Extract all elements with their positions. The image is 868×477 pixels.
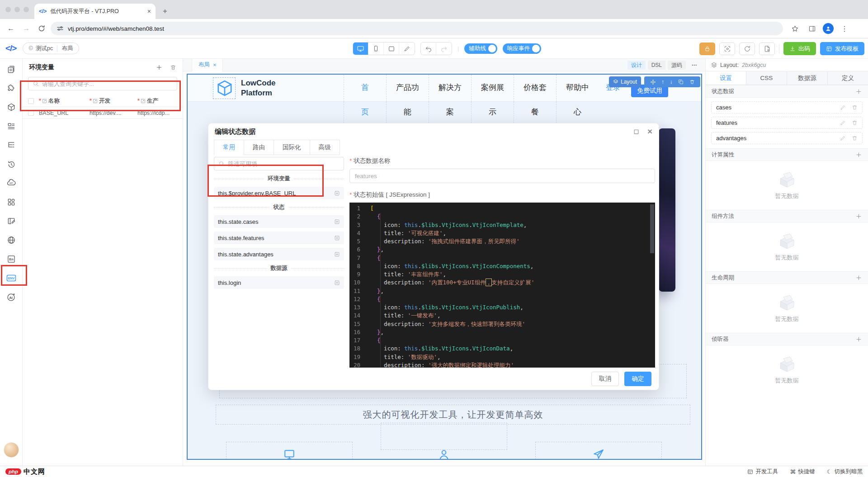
expression-option[interactable]: this.state.advantages xyxy=(214,248,344,260)
view-mode-2[interactable]: 源码 xyxy=(668,61,686,70)
nav-item-案例展示[interactable]: 案例展 xyxy=(471,75,514,102)
delete-state-icon[interactable] xyxy=(852,104,858,110)
browser-menu-icon[interactable]: ⋮ xyxy=(838,22,851,35)
add-variable-icon[interactable] xyxy=(156,64,163,71)
codegen-button[interactable]: 出码 xyxy=(783,42,816,55)
refresh-button[interactable] xyxy=(739,43,755,55)
duplicate-icon[interactable] xyxy=(678,79,684,85)
canvas-tab-layout[interactable]: 布局 × xyxy=(192,59,223,71)
side-panel-icon[interactable] xyxy=(806,22,818,35)
state-name-input[interactable] xyxy=(349,169,655,183)
feature-card[interactable] xyxy=(535,442,662,460)
bookmark-star-icon[interactable] xyxy=(788,22,801,35)
status-shortcuts[interactable]: ⌘快捷键 xyxy=(790,468,815,476)
guides-toggle[interactable]: 辅助线 xyxy=(464,43,497,54)
rail-tree-icon[interactable] xyxy=(0,136,22,155)
expression-option[interactable]: this.login xyxy=(214,276,344,289)
add-icon[interactable] xyxy=(855,213,862,220)
add-icon[interactable] xyxy=(855,274,862,281)
device-desktop-button[interactable] xyxy=(353,43,368,55)
reload-icon[interactable] xyxy=(35,22,48,35)
rail-form-icon[interactable] xyxy=(0,212,22,231)
select-all-checkbox[interactable] xyxy=(28,98,34,104)
add-icon[interactable] xyxy=(855,151,862,158)
status-devtools[interactable]: 开发工具 xyxy=(747,468,778,476)
env-table-row[interactable]: BASE_URLhttps://dev....https://lcdp... xyxy=(23,107,183,119)
edit-state-icon[interactable] xyxy=(840,120,846,126)
nav-item-帮助中心[interactable]: 帮助中 xyxy=(556,75,599,102)
window-controls[interactable] xyxy=(0,0,34,19)
feature-card[interactable] xyxy=(381,423,507,450)
nav-item-产品功能[interactable]: 产品功 xyxy=(386,75,429,102)
dialog-header[interactable]: 编辑状态数据 × xyxy=(208,123,659,140)
insert-icon[interactable] xyxy=(334,251,340,257)
device-phone-button[interactable] xyxy=(368,43,384,55)
page-logo-icon[interactable] xyxy=(216,79,234,97)
rail-env-icon[interactable]: ENV xyxy=(0,269,22,288)
rail-plugin-icon[interactable] xyxy=(0,79,22,98)
editor-scrollbar[interactable] xyxy=(650,204,654,253)
insert-icon[interactable] xyxy=(334,219,340,225)
nav-item-首页[interactable]: 首 xyxy=(344,75,386,102)
undo-icon[interactable] xyxy=(421,43,436,55)
page-settings-button[interactable] xyxy=(759,43,775,55)
minimize-window-button[interactable] xyxy=(14,7,20,12)
page-brand[interactable]: LowCode Platform xyxy=(241,78,276,98)
device-tablet-button[interactable] xyxy=(384,43,399,55)
add-state-icon[interactable] xyxy=(855,88,862,95)
nav-item-价格套餐[interactable]: 价格套 xyxy=(514,75,556,102)
status-dark-mode[interactable]: ☾切换到暗黑 xyxy=(827,468,863,476)
move-up-icon[interactable]: ↑ xyxy=(661,79,664,85)
free-draw-button[interactable] xyxy=(399,43,415,55)
cancel-button[interactable]: 取消 xyxy=(591,372,619,386)
selection-label-chip[interactable]: Layout xyxy=(609,76,641,87)
rail-history-icon[interactable] xyxy=(0,155,22,174)
state-item-advantages[interactable]: advantages xyxy=(711,132,863,144)
zoom-window-button[interactable] xyxy=(24,7,29,12)
rail-api-icon[interactable]: API xyxy=(0,174,22,193)
rail-lang-en-icon[interactable]: En xyxy=(0,250,22,269)
view-mode-3[interactable]: ··· xyxy=(688,61,701,70)
site-info-icon[interactable] xyxy=(57,25,63,32)
url-field[interactable]: vtj.pro/demo/#/web/samchen08.test xyxy=(51,22,783,35)
new-tab-button[interactable]: + xyxy=(159,5,171,17)
close-window-button[interactable] xyxy=(5,7,11,12)
view-mode-0[interactable]: 设计 xyxy=(627,61,646,70)
expression-option[interactable]: this.$provider.env.BASE_URL xyxy=(214,187,344,199)
rail-pages-icon[interactable] xyxy=(0,60,22,79)
nav-item-解决方案[interactable]: 解决方 xyxy=(429,75,471,102)
preview-button[interactable] xyxy=(719,43,735,55)
vtj-logo-icon[interactable]: </> xyxy=(5,43,16,53)
delete-state-icon[interactable] xyxy=(852,135,858,141)
code-editor[interactable]: 1[2 {3 icon: this.$libs.VtjIcons.VtjIcon… xyxy=(349,203,655,368)
dialog-tab-国际化[interactable]: 国际化 xyxy=(274,140,310,155)
expression-option[interactable]: this.state.features xyxy=(214,231,344,244)
filter-box[interactable] xyxy=(214,157,344,170)
rail-globe-icon[interactable] xyxy=(0,231,22,250)
close-icon[interactable]: × xyxy=(647,127,652,137)
dialog-tab-路由[interactable]: 路由 xyxy=(244,140,274,155)
edit-state-icon[interactable] xyxy=(840,135,846,141)
env-search-input[interactable] xyxy=(42,80,173,87)
env-search-box[interactable] xyxy=(28,77,177,90)
drag-move-icon[interactable] xyxy=(650,79,656,85)
state-item-features[interactable]: features xyxy=(711,117,863,129)
confirm-button[interactable]: 确定 xyxy=(624,372,651,386)
move-down-icon[interactable]: ↓ xyxy=(670,79,673,85)
insert-icon[interactable] xyxy=(334,280,340,286)
events-toggle[interactable]: 响应事件 xyxy=(503,43,541,54)
settings-tab-CSS[interactable]: CSS xyxy=(746,71,787,85)
edit-state-icon[interactable] xyxy=(840,104,846,110)
dialog-tab-高级[interactable]: 高级 xyxy=(310,140,340,155)
insert-icon[interactable] xyxy=(334,190,340,196)
lock-button[interactable] xyxy=(699,43,715,55)
user-avatar[interactable] xyxy=(4,442,19,458)
insert-icon[interactable] xyxy=(334,235,340,241)
settings-tab-定义[interactable]: 定义 xyxy=(828,71,868,85)
headline-block[interactable]: 强大的可视化开发工具，让开发更简单高效 xyxy=(216,405,690,425)
back-icon[interactable]: ← xyxy=(5,22,17,35)
expression-option[interactable]: this.state.cases xyxy=(214,215,344,228)
rail-ai-icon[interactable]: Ai xyxy=(0,288,22,307)
forward-icon[interactable]: → xyxy=(20,22,33,35)
delete-variable-icon[interactable] xyxy=(170,64,176,71)
